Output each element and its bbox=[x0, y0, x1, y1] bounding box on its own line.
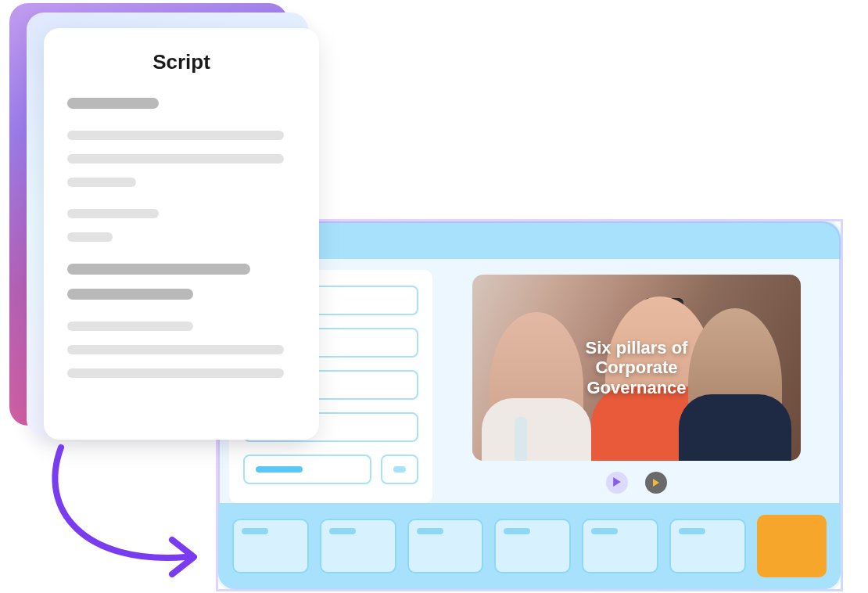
timeline-clip[interactable] bbox=[582, 519, 658, 573]
preview-area: Six pillars of Corporate Governance bbox=[432, 259, 841, 503]
timeline-clip[interactable] bbox=[232, 519, 309, 573]
timeline-clip[interactable] bbox=[669, 519, 746, 573]
script-title: Script bbox=[67, 50, 296, 74]
preview-icon bbox=[652, 476, 660, 490]
script-line bbox=[67, 131, 284, 140]
preview-controls bbox=[606, 472, 667, 494]
script-line bbox=[67, 289, 193, 300]
scene-item-add[interactable] bbox=[381, 455, 418, 484]
preview-button[interactable] bbox=[645, 472, 667, 494]
script-line bbox=[67, 178, 136, 187]
play-icon bbox=[612, 476, 622, 490]
play-button[interactable] bbox=[606, 472, 628, 494]
script-document-stack: Script bbox=[9, 0, 307, 446]
script-line bbox=[67, 98, 159, 109]
timeline-clip[interactable] bbox=[320, 519, 396, 573]
script-line bbox=[67, 209, 159, 218]
script-line bbox=[67, 154, 284, 164]
timeline-clip-active[interactable] bbox=[757, 515, 827, 577]
script-line bbox=[67, 264, 250, 275]
timeline bbox=[218, 503, 841, 589]
script-line bbox=[67, 232, 113, 242]
flow-arrow-icon bbox=[38, 440, 210, 588]
video-preview[interactable]: Six pillars of Corporate Governance bbox=[472, 275, 801, 461]
script-line bbox=[67, 345, 284, 354]
video-overlay-title: Six pillars of Corporate Governance bbox=[554, 338, 719, 397]
background-prop bbox=[515, 417, 527, 461]
script-document[interactable]: Script bbox=[44, 28, 319, 440]
script-line bbox=[67, 368, 284, 378]
scene-item[interactable] bbox=[243, 455, 371, 484]
timeline-clip[interactable] bbox=[407, 519, 484, 573]
script-line bbox=[67, 322, 193, 331]
timeline-clip[interactable] bbox=[494, 519, 571, 573]
